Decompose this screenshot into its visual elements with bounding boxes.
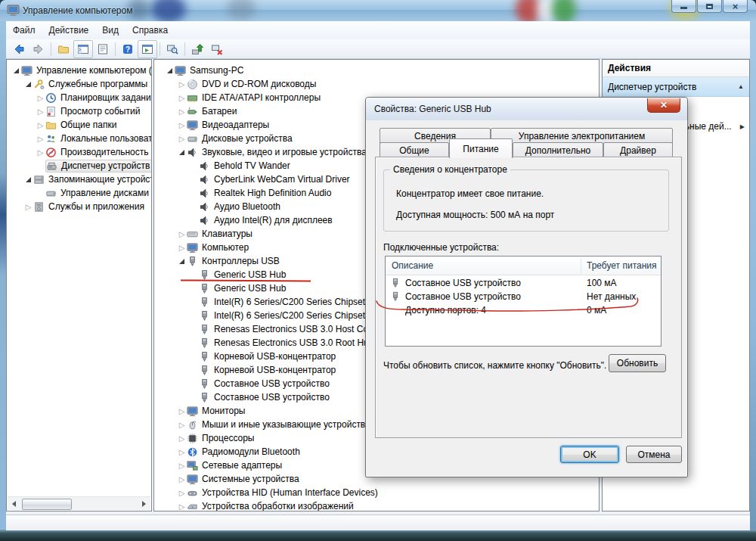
computer-icon: [21, 65, 33, 76]
tree-item[interactable]: Диспетчер устройств: [7, 159, 151, 173]
properties-button[interactable]: [93, 40, 113, 58]
tree-item[interactable]: ▷Производительность: [7, 145, 151, 159]
expander-collapsed-icon[interactable]: ▷: [36, 106, 45, 117]
dialog-titlebar[interactable]: Свойства: Generic USB Hub ✕: [366, 98, 687, 120]
usb-icon: [390, 278, 401, 288]
expander-expanded-icon[interactable]: [177, 256, 187, 266]
expander-collapsed-icon[interactable]: ▷: [177, 446, 187, 457]
expander-collapsed-icon[interactable]: ▷: [177, 106, 187, 117]
expander-collapsed-icon[interactable]: ▷: [177, 92, 187, 103]
forward-button[interactable]: [29, 40, 48, 58]
scan-hardware-changes-button[interactable]: [163, 40, 182, 58]
tab-дополнительно[interactable]: Дополнительно: [513, 142, 603, 158]
imaging-icon: [187, 501, 198, 512]
expander-collapsed-icon[interactable]: ▷: [177, 487, 187, 498]
expander-collapsed-icon[interactable]: ▷: [177, 79, 187, 89]
expander-collapsed-icon[interactable]: ▷: [177, 229, 187, 239]
tree-item[interactable]: ▷Общие папки: [7, 118, 151, 132]
tab-общие[interactable]: Общие: [380, 142, 449, 158]
tab-управление-электропитанием[interactable]: Управление электропитанием: [491, 128, 673, 144]
update-driver-button[interactable]: [187, 40, 207, 58]
tree-item[interactable]: Управление дисками: [7, 186, 151, 200]
expander-collapsed-icon[interactable]: ▷: [177, 460, 187, 471]
actions-header: Действия: [603, 60, 749, 77]
chevron-right-icon[interactable]: ▶: [740, 123, 745, 130]
users-icon: [45, 133, 57, 145]
toolbar-separator: [115, 42, 116, 56]
tree-item[interactable]: ▷DVD и CD-ROM дисководы: [154, 77, 599, 91]
tree-item-label: Корневой USB-концентратор: [212, 365, 338, 376]
expander-expanded-icon[interactable]: [23, 174, 33, 185]
horizontal-scrollbar[interactable]: [8, 496, 150, 510]
back-arrow-icon: [13, 43, 25, 55]
folder-icon: [57, 43, 70, 55]
event-log-icon: [45, 106, 57, 117]
console-tree-pane: Управление компьютером (лСлужебные прогр…: [6, 59, 152, 511]
expander-collapsed-icon[interactable]: ▷: [23, 201, 33, 212]
tab-питание[interactable]: Питание: [449, 138, 513, 158]
menu-item-action[interactable]: Действие: [42, 23, 96, 38]
expander-collapsed-icon[interactable]: ▷: [177, 501, 187, 511]
expander-collapsed-icon[interactable]: ▷: [177, 242, 187, 253]
menu-item-view[interactable]: Вид: [95, 23, 125, 38]
expander-collapsed-icon[interactable]: ▷: [36, 92, 45, 103]
maximize-button[interactable]: [697, 0, 722, 13]
tree-item-label: DVD и CD-ROM дисководы: [200, 79, 318, 90]
table-header[interactable]: Описание Требует питания: [386, 257, 661, 275]
column-header-description[interactable]: Описание: [392, 260, 433, 271]
expander-expanded-icon[interactable]: [23, 79, 33, 89]
table-row[interactable]: Составное USB устройство100 мА: [386, 276, 661, 290]
scrollbar-thumb[interactable]: [22, 499, 72, 510]
keyboard-icon: [187, 229, 198, 240]
new-window-button[interactable]: [138, 40, 157, 58]
power-required: 100 мА: [587, 278, 617, 288]
window-titlebar[interactable]: Управление компьютером ×: [0, 0, 756, 22]
expander-collapsed-icon[interactable]: ▷: [177, 474, 187, 484]
tree-item-label: Батареи: [200, 106, 239, 117]
show-console-tree-button[interactable]: [54, 40, 73, 58]
close-button[interactable]: ×: [723, 0, 748, 13]
expander-expanded-icon[interactable]: [11, 65, 21, 76]
tree-item[interactable]: ▷Устройства обработки изображений: [154, 499, 599, 511]
tree-item[interactable]: Служебные программы: [7, 77, 151, 91]
expander-collapsed-icon[interactable]: ▷: [177, 433, 187, 443]
refresh-button[interactable]: Обновить: [609, 354, 666, 372]
tree-item[interactable]: ▷Устройства HID (Human Interface Devices…: [154, 486, 599, 499]
tree-item[interactable]: ▷Просмотр событий: [7, 104, 151, 118]
minimize-button[interactable]: [671, 0, 696, 13]
cancel-button[interactable]: Отмена: [626, 446, 682, 463]
back-button[interactable]: [9, 40, 29, 58]
expander-collapsed-icon[interactable]: ▷: [177, 419, 187, 430]
tree-item[interactable]: Управление компьютером (л: [7, 64, 151, 77]
menu-item-help[interactable]: Справка: [125, 23, 175, 38]
expander-collapsed-icon[interactable]: ▷: [177, 406, 187, 416]
menu-item-file[interactable]: Файл: [6, 23, 42, 38]
tree-item[interactable]: ▷Службы и приложения: [7, 200, 151, 213]
column-header-power[interactable]: Требует питания: [587, 260, 657, 271]
expander-collapsed-icon[interactable]: ▷: [177, 133, 187, 144]
expander-collapsed-icon[interactable]: ▷: [177, 120, 187, 130]
tree-item[interactable]: Samsung-PC: [154, 64, 599, 77]
tree-item[interactable]: ▷Планировщик заданий: [7, 91, 151, 104]
ok-button[interactable]: OK: [560, 446, 619, 463]
dialog-close-button[interactable]: ✕: [647, 98, 680, 113]
actions-group-device-manager[interactable]: Диспетчер устройств ▲: [603, 77, 749, 97]
expander-expanded-icon[interactable]: [177, 147, 187, 157]
tree-item[interactable]: Запоминающие устройст: [7, 173, 151, 186]
expander-collapsed-icon[interactable]: ▷: [36, 120, 45, 130]
scroll-left-icon: [12, 501, 16, 507]
scroll-left-button[interactable]: [8, 498, 20, 510]
expander-collapsed-icon[interactable]: ▷: [36, 133, 45, 144]
chevron-up-icon[interactable]: ▲: [738, 83, 744, 90]
tree-item-label: Realtek High Definition Audio: [212, 188, 333, 199]
uninstall-device-button[interactable]: [207, 40, 227, 58]
expander-collapsed-icon[interactable]: ▷: [36, 147, 45, 157]
tree-item[interactable]: ▷Локальные пользовате: [7, 132, 151, 145]
tab-драйвер[interactable]: Драйвер: [603, 142, 673, 158]
help-button[interactable]: [118, 40, 138, 58]
expander-expanded-icon[interactable]: [165, 65, 175, 76]
scroll-right-button[interactable]: [138, 498, 150, 510]
computer-icon: [187, 242, 198, 253]
console-window-button[interactable]: [73, 40, 93, 58]
column-separator[interactable]: [581, 258, 581, 273]
